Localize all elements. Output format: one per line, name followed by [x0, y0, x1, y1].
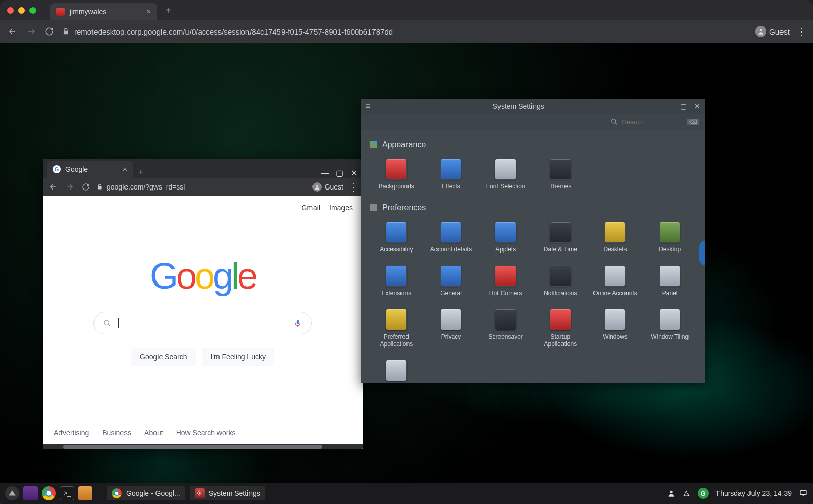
- settings-item-privacy[interactable]: Privacy: [425, 307, 478, 350]
- footer-about[interactable]: About: [144, 429, 163, 437]
- chrome-launcher-icon[interactable]: [42, 486, 56, 500]
- settings-item-icon: [550, 222, 571, 243]
- chrome-url-bar[interactable]: google.com/?gws_rd=ssl: [97, 183, 307, 191]
- settings-item-windows[interactable]: Windows: [589, 307, 642, 350]
- window-controls: — ▢ ✕: [666, 102, 700, 110]
- settings-item-label: General: [440, 290, 462, 297]
- settings-item-icon: [440, 159, 461, 180]
- outer-titlebar: jimmywales × +: [0, 0, 813, 20]
- mic-icon[interactable]: [293, 318, 302, 329]
- footer-business[interactable]: Business: [102, 429, 131, 437]
- settings-item-panel[interactable]: Panel: [643, 263, 696, 299]
- settings-icon: [195, 488, 205, 498]
- settings-item-window-tiling[interactable]: Window Tiling: [643, 307, 696, 350]
- link-images[interactable]: Images: [329, 204, 353, 212]
- settings-item-date-&-time[interactable]: Date & Time: [534, 219, 587, 255]
- settings-item-label: Extensions: [381, 290, 411, 297]
- display-icon[interactable]: [799, 489, 808, 497]
- settings-item-screensaver[interactable]: Screensaver: [479, 307, 532, 350]
- settings-item-workspaces[interactable]: Workspaces: [370, 358, 423, 383]
- settings-item-label: Effects: [442, 183, 460, 190]
- settings-item-startup-applications[interactable]: Startup Applications: [534, 307, 587, 350]
- settings-item-notifications[interactable]: Notifications: [534, 263, 587, 299]
- settings-item-hot-corners[interactable]: Hot Corners: [479, 263, 532, 299]
- cinnamon-menu-icon[interactable]: [5, 486, 19, 500]
- google-favicon: G: [53, 165, 61, 173]
- close-icon[interactable]: ✕: [694, 102, 700, 110]
- minimize-dot[interactable]: [18, 7, 25, 14]
- settings-item-general[interactable]: General: [425, 263, 478, 299]
- hamburger-icon[interactable]: ≡: [366, 102, 370, 111]
- clear-search-icon[interactable]: ⌫: [687, 119, 699, 125]
- settings-item-themes[interactable]: Themes: [534, 156, 587, 192]
- settings-item-preferred-applications[interactable]: Preferred Applications: [370, 307, 423, 350]
- new-tab-button[interactable]: +: [165, 5, 171, 16]
- forward-icon[interactable]: [25, 26, 37, 37]
- settings-item-font-selection[interactable]: Font Selection: [479, 156, 532, 192]
- reload-icon[interactable]: [80, 181, 91, 193]
- feeling-lucky-button[interactable]: I'm Feeling Lucky: [202, 348, 274, 366]
- taskbar-task-settings[interactable]: System Settings: [190, 486, 265, 500]
- footer-advertising[interactable]: Advertising: [54, 429, 89, 437]
- network-icon[interactable]: [682, 489, 691, 497]
- settings-item-account-details[interactable]: Account details: [425, 219, 478, 255]
- link-gmail[interactable]: Gmail: [302, 204, 321, 212]
- settings-item-effects[interactable]: Effects: [425, 156, 478, 192]
- settings-item-desklets[interactable]: Desklets: [589, 219, 642, 255]
- section-title-appearance: Appearance: [382, 140, 426, 149]
- guest-profile[interactable]: Guest: [755, 26, 790, 37]
- user-badge[interactable]: G: [698, 488, 709, 499]
- maximize-icon[interactable]: ▢: [335, 168, 343, 178]
- horizontal-scrollbar[interactable]: [43, 444, 363, 449]
- settings-titlebar: ≡ System Settings — ▢ ✕: [361, 99, 705, 114]
- reload-icon[interactable]: [44, 26, 55, 37]
- google-search-input[interactable]: [93, 312, 312, 334]
- settings-item-label: Privacy: [441, 333, 461, 340]
- user-icon[interactable]: [667, 489, 675, 497]
- settings-item-online-accounts[interactable]: Online Accounts: [589, 263, 642, 299]
- back-icon[interactable]: [48, 181, 59, 193]
- search-input[interactable]: [622, 118, 683, 126]
- google-search-button[interactable]: Google Search: [131, 348, 196, 366]
- settings-item-icon: [604, 265, 626, 287]
- taskbar-task-chrome[interactable]: Google - Googl...: [107, 486, 185, 500]
- menu-icon[interactable]: ⋮: [349, 181, 358, 193]
- minimize-icon[interactable]: —: [666, 102, 673, 110]
- lock-icon: [62, 28, 69, 35]
- maximize-dot[interactable]: [29, 7, 36, 14]
- close-tab-icon[interactable]: ×: [147, 8, 151, 16]
- datetime-label[interactable]: Thursday July 23, 14:39: [716, 489, 792, 497]
- chrome-tabstrip: G Google × + — ▢ ✕: [43, 159, 363, 178]
- settings-item-extensions[interactable]: Extensions: [370, 263, 423, 299]
- settings-item-icon: [495, 222, 516, 243]
- menu-icon[interactable]: ⋮: [797, 25, 806, 38]
- settings-item-icon: [386, 360, 407, 381]
- appearance-icon: [370, 141, 377, 148]
- close-tab-icon[interactable]: ×: [123, 165, 127, 173]
- settings-item-icon: [440, 222, 461, 243]
- settings-item-accessibility[interactable]: Accessibility: [370, 219, 423, 255]
- window-controls: — ▢ ✕: [316, 168, 363, 178]
- files-launcher-icon[interactable]: [78, 486, 92, 500]
- close-dot[interactable]: [7, 7, 14, 14]
- settings-item-backgrounds[interactable]: Backgrounds: [370, 156, 423, 192]
- outer-url-bar[interactable]: remotedesktop.corp.google.com/u/0/access…: [62, 27, 748, 36]
- chrome-tab-google[interactable]: G Google ×: [47, 161, 133, 178]
- terminal-launcher-icon[interactable]: >_: [60, 486, 74, 500]
- footer-how-search[interactable]: How Search works: [176, 429, 236, 437]
- forward-icon[interactable]: [64, 181, 75, 193]
- new-tab-button[interactable]: +: [133, 167, 149, 178]
- back-icon[interactable]: [7, 26, 18, 37]
- settings-item-label: Applets: [495, 246, 516, 253]
- settings-body[interactable]: Appearance BackgroundsEffectsFont Select…: [361, 130, 705, 383]
- show-desktop-icon[interactable]: [23, 486, 38, 500]
- close-icon[interactable]: ✕: [350, 168, 358, 178]
- settings-item-label: Account details: [430, 246, 472, 253]
- guest-profile[interactable]: Guest: [312, 182, 343, 192]
- outer-browser-tab[interactable]: jimmywales ×: [50, 3, 157, 20]
- settings-item-applets[interactable]: Applets: [479, 219, 532, 255]
- minimize-icon[interactable]: —: [321, 169, 329, 178]
- maximize-icon[interactable]: ▢: [680, 102, 687, 110]
- settings-item-desktop[interactable]: Desktop: [643, 219, 696, 255]
- side-drawer-handle[interactable]: [699, 241, 705, 265]
